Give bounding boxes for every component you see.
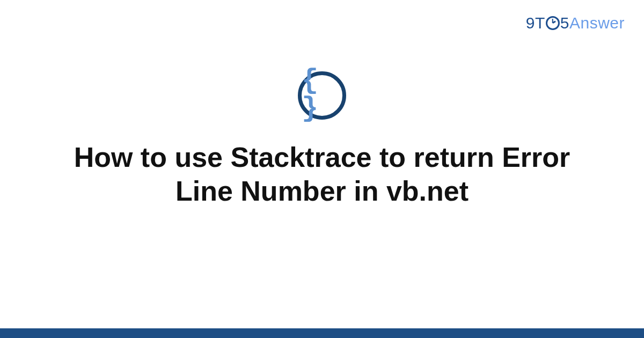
code-braces-icon: { }	[298, 71, 346, 120]
page-title: How to use Stacktrace to return Error Li…	[0, 141, 644, 209]
clock-icon	[546, 16, 560, 30]
logo-text-9t: 9T	[526, 14, 545, 32]
logo-text-5: 5	[560, 14, 569, 32]
braces-glyph: { }	[302, 67, 342, 123]
site-logo: 9T5Answer	[526, 14, 625, 32]
footer-bar	[0, 328, 644, 338]
logo-text-answer: Answer	[569, 14, 625, 32]
